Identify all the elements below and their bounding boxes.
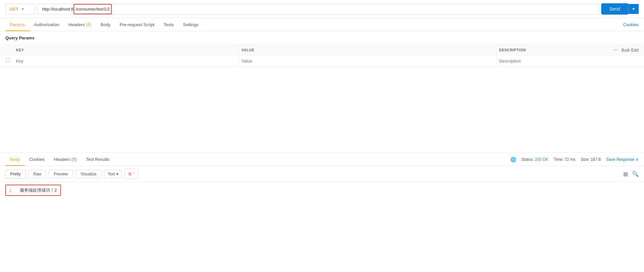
url-field-wrapper: http://localhost:8/consumer/test1/2	[38, 4, 599, 15]
col-checkbox-header	[0, 45, 13, 56]
col-description-header: DESCRIPTION	[496, 45, 604, 56]
method-chevron: ▼	[21, 7, 25, 11]
text-type-label: Text	[108, 172, 115, 176]
row-key-cell	[13, 56, 239, 67]
response-tab-cookies[interactable]: Cookies	[25, 153, 49, 166]
table-row	[0, 56, 644, 67]
response-tab-body[interactable]: Body	[5, 153, 25, 166]
row-actions	[604, 56, 644, 67]
url-prefix: http://localhost:8	[38, 4, 74, 14]
tab-params[interactable]: Params	[5, 18, 29, 31]
response-tab-testresults[interactable]: Test Results	[81, 153, 114, 166]
response-content: 服务端处理成功！2	[20, 187, 57, 193]
url-bar: GET ▼ http://localhost:8/consumer/test1/…	[0, 0, 644, 18]
format-visualize-btn[interactable]: Visualize	[76, 170, 101, 178]
response-tabs-bar: Body Cookies Headers (5) Test Results 🌐 …	[0, 153, 644, 166]
method-select[interactable]: GET ▼	[5, 4, 35, 15]
time-label: Time: 72 ms	[554, 157, 575, 162]
description-input[interactable]	[499, 59, 602, 64]
key-input[interactable]	[16, 59, 236, 64]
response-toolbar-right: ▦ 🔍	[623, 171, 639, 177]
status-value: 200 OK	[535, 157, 549, 162]
search-icon[interactable]: 🔍	[632, 171, 639, 177]
copy-icon[interactable]: ▦	[623, 171, 628, 177]
bulk-edit-link[interactable]: Bulk Edit	[621, 48, 639, 53]
row-checkbox	[0, 56, 13, 67]
format-pretty-btn[interactable]: Pretty	[5, 170, 26, 178]
line-number: 1	[9, 188, 16, 193]
query-params-section: Query Params	[0, 31, 644, 45]
format-raw-btn[interactable]: Raw	[28, 170, 46, 178]
tab-settings[interactable]: Settings	[178, 18, 203, 31]
row-value-cell	[239, 56, 496, 67]
tab-prerequest[interactable]: Pre-request Script	[115, 18, 159, 31]
col-key-header: KEY	[13, 45, 239, 56]
status-label: Status: 200 OK	[521, 157, 548, 162]
three-dots-icon[interactable]: ···	[612, 46, 620, 54]
tab-body[interactable]: Body	[96, 18, 115, 31]
globe-icon: 🌐	[510, 157, 516, 162]
response-tab-headers[interactable]: Headers (5)	[49, 153, 82, 166]
row-description-cell	[496, 56, 604, 67]
send-button[interactable]: Send ▼	[601, 3, 639, 15]
wrap-icon: ≡→	[128, 171, 135, 177]
request-tabs-bar: Params Authorization Headers (6) Body Pr…	[0, 18, 644, 31]
url-highlighted-part: /consumer/test1/2	[74, 4, 112, 14]
tab-tests[interactable]: Tests	[159, 18, 178, 31]
text-dropdown-chevron: ▾	[116, 172, 118, 176]
response-toolbar: Pretty Raw Preview Visualize Text ▾ ≡→ ▦…	[0, 166, 644, 182]
cookies-link[interactable]: Cookies	[623, 22, 639, 27]
wrap-btn[interactable]: ≡→	[125, 169, 138, 179]
tab-authorization[interactable]: Authorization	[29, 18, 64, 31]
send-btn-main[interactable]: Send	[601, 3, 628, 15]
col-value-header: VALUE	[239, 45, 496, 56]
method-label: GET	[10, 7, 19, 12]
text-type-dropdown[interactable]: Text ▾	[104, 170, 122, 178]
save-response-link[interactable]: Save Response ∨	[606, 157, 639, 162]
row-checkbox-input[interactable]	[5, 58, 11, 63]
response-body: 1 服务端处理成功！2	[0, 182, 644, 208]
response-status-bar: 🌐 Status: 200 OK Time: 72 ms Size: 187 B…	[510, 157, 639, 162]
format-preview-btn[interactable]: Preview	[49, 170, 73, 178]
size-label: Size: 187 B	[581, 157, 601, 162]
value-input[interactable]	[242, 59, 494, 64]
params-table: KEY VALUE DESCRIPTION ··· Bulk Edit	[0, 45, 644, 67]
col-actions-header: ··· Bulk Edit	[604, 45, 644, 56]
params-empty-area	[0, 67, 644, 153]
tab-headers[interactable]: Headers (6)	[64, 18, 96, 31]
send-btn-arrow[interactable]: ▼	[628, 4, 639, 14]
